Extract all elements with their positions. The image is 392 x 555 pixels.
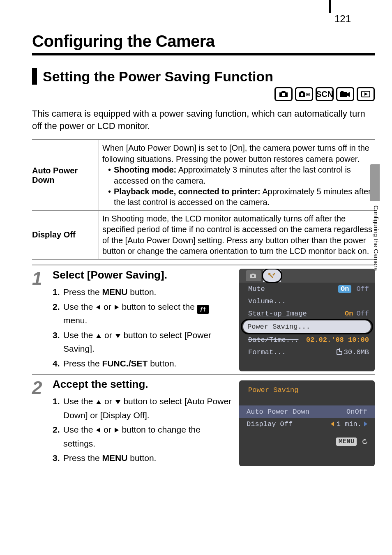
page-number: 121 (334, 13, 351, 25)
s1l4-funcset: FUNC./SET (102, 359, 148, 368)
row-label-display-off: Display Off (32, 211, 99, 259)
lcd2-row-auto-power-down: Auto Power DownOnOff (239, 405, 375, 418)
svg-rect-4 (341, 91, 342, 92)
s2l1-a: Use the (63, 396, 95, 406)
s1l2-d: menu. (63, 315, 87, 325)
left-triangle-icon (331, 421, 334, 426)
s2l2-b: or (101, 425, 113, 434)
s1l1-menu: MENU (102, 287, 128, 297)
s1l2-c: button to select the (120, 302, 197, 311)
up-arrow-icon (95, 329, 102, 343)
steps-block: 1 Select [Power Saving]. 1.Press the MEN… (32, 265, 375, 466)
svg-rect-5 (342, 91, 344, 92)
lcd-format-size: 30.0MB (344, 348, 369, 356)
lcd-value-off: Off (356, 310, 369, 318)
right-triangle-icon (364, 421, 367, 426)
manual-page: 121 Configuring the Camera Setting the P… (0, 0, 392, 555)
down-arrow-icon (115, 396, 121, 409)
s1l1-c: button. (127, 287, 156, 297)
lcd-value-off: Off (355, 408, 367, 416)
list-number: 4. (53, 357, 63, 370)
lcd-row-mute: MuteOnOff (239, 283, 375, 295)
thumb-tab (370, 164, 380, 201)
apd-b2-head: Playback mode, connected to printer: (114, 187, 261, 196)
step-number: 1 (32, 269, 53, 371)
lcd-value-off: Off (356, 285, 369, 293)
chapter-heading: Configuring the Camera (32, 32, 375, 51)
list-number: 1. (53, 286, 63, 299)
tools-menu-icon: ƒ† (197, 305, 209, 314)
menu-button-label: MENU (336, 438, 357, 446)
lcd-setup-menu-screenshot: MuteOnOff Volume... Start-up ImageOnOff … (239, 269, 375, 371)
apd-b1-head: Shooting mode: (114, 165, 176, 174)
row-desc-auto-power-down: When [Auto Power Down] is set to [On], t… (99, 140, 375, 210)
svg-point-1 (301, 93, 303, 96)
s1l4-a: Press the (63, 359, 102, 368)
right-arrow-icon (114, 301, 120, 314)
s1l3-a: Use the (63, 330, 95, 340)
lcd2-menu-hint: MENU (239, 430, 375, 447)
section-heading: Setting the Power Saving Function (43, 68, 273, 85)
list-number: 3. (53, 329, 63, 355)
lcd2-title: Power Saving (239, 386, 375, 400)
lcd-row-volume: Volume... (239, 295, 375, 307)
s1l4-c: button. (148, 359, 176, 368)
lcd-value-on: On (338, 285, 351, 293)
section-heading-block: Setting the Power Saving Function (32, 68, 375, 85)
apd-pretext: When [Auto Power Down] is set to [On], t… (102, 143, 369, 163)
mode-playback-icon (357, 87, 375, 101)
heading-bar (32, 68, 37, 85)
s1l1-a: Press the (63, 287, 102, 297)
lcd-datetime-value: 02.02.'08 10:00 (306, 336, 369, 344)
lcd-row-date-time: Date/Time...02.02.'08 10:00 (239, 334, 375, 346)
s2l3-a: Press the (63, 453, 102, 463)
mode-icons-row: M SCN (32, 87, 375, 101)
s2l3-menu: MENU (102, 453, 128, 463)
lcd-value-on: On (345, 310, 353, 318)
table-row: Auto Power Down When [Auto Power Down] i… (32, 140, 375, 210)
side-chapter-label: Configuring the Camera (373, 205, 380, 271)
page-edge-tick (329, 0, 331, 13)
card-icon (337, 349, 342, 355)
bullet-dot: • (108, 164, 114, 186)
intro-text: This camera is equipped with a power sav… (32, 108, 375, 132)
s1l2-a: Use the (63, 302, 95, 311)
mode-manual-camera-icon: M (295, 87, 313, 101)
list-number: 3. (53, 451, 63, 465)
table-row: Display Off In Shooting mode, the LCD mo… (32, 210, 375, 259)
svg-point-0 (282, 93, 285, 96)
svg-text:M: M (306, 92, 310, 97)
mode-scn-icon: SCN (316, 87, 334, 101)
right-arrow-icon (114, 424, 120, 437)
bullet-dot: • (108, 186, 114, 208)
up-arrow-icon (95, 396, 102, 409)
heading-rule (32, 53, 375, 55)
chapter-heading-block: Configuring the Camera (32, 32, 375, 55)
row-label-auto-power-down: Auto Power Down (32, 140, 99, 210)
step-2-title: Accept the setting. (53, 378, 233, 391)
s2l2-a: Use the (63, 425, 95, 434)
lcd-row-startup-image: Start-up ImageOnOff (239, 307, 375, 320)
list-number: 2. (53, 423, 63, 450)
row-desc-display-off: In Shooting mode, the LCD monitor automa… (99, 211, 375, 259)
lcd2-row-display-off: Display Off1 min. (239, 418, 375, 430)
svg-rect-3 (340, 92, 347, 97)
s2l3-c: button. (127, 453, 156, 463)
lcd-value-on: On (346, 408, 355, 416)
svg-point-7 (252, 275, 254, 277)
lcd2-display-off-value: 1 min. (337, 420, 362, 428)
lcd-row-power-saving-highlighted: Power Saving... (243, 320, 371, 333)
left-arrow-icon (95, 424, 101, 437)
down-arrow-icon (115, 329, 121, 343)
lcd-tab-tools-icon (263, 269, 281, 282)
mode-movie-icon (336, 87, 354, 101)
step-2: 2 Accept the setting. 1.Use the or butto… (32, 374, 375, 466)
power-saving-table: Auto Power Down When [Auto Power Down] i… (32, 139, 375, 260)
lcd-power-saving-screenshot: Power Saving Auto Power DownOnOff Displa… (239, 380, 375, 466)
list-number: 2. (53, 300, 63, 327)
lcd-tab-camera-icon (246, 270, 261, 281)
mode-auto-camera-icon (274, 87, 293, 101)
s2l1-b: or (102, 396, 114, 406)
s1l2-b: or (101, 302, 113, 311)
lcd-tab-row (239, 269, 375, 283)
